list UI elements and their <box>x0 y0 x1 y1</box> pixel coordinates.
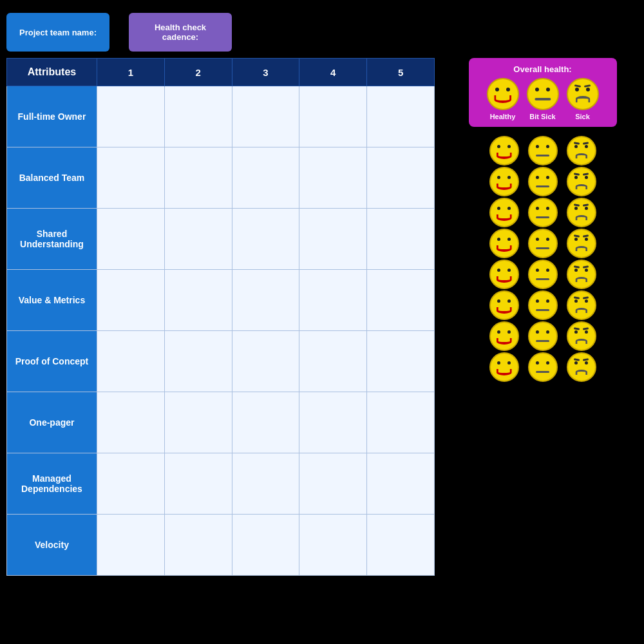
mouth <box>575 339 587 344</box>
neutral-face-emoji[interactable] <box>528 352 558 382</box>
table-cell[interactable] <box>299 86 367 147</box>
table-cell[interactable] <box>299 331 367 392</box>
health-check-cadence-input[interactable]: Health check cadence: <box>129 13 232 52</box>
happy-face-emoji[interactable] <box>489 290 519 320</box>
neutral-face-emoji[interactable] <box>528 290 558 320</box>
table-cell[interactable] <box>164 270 232 331</box>
table-cell[interactable] <box>164 209 232 270</box>
eye-left <box>535 88 539 91</box>
eye-right <box>546 330 549 334</box>
table-cell[interactable] <box>367 86 435 147</box>
table-cell[interactable] <box>97 515 164 576</box>
bit-sick-label: Bit Sick <box>529 113 555 120</box>
table-cell[interactable] <box>367 515 435 576</box>
table-cell[interactable] <box>299 270 367 331</box>
sick-face-emoji[interactable] <box>567 229 596 258</box>
sick-face-emoji[interactable] <box>567 352 596 382</box>
table-cell[interactable] <box>232 331 299 392</box>
table-cell[interactable] <box>97 147 164 209</box>
table-cell[interactable] <box>299 209 367 270</box>
bit-sick-status[interactable]: Bit Sick <box>527 78 559 120</box>
eye-left <box>536 361 539 365</box>
eye-left <box>574 176 578 179</box>
table-cell[interactable] <box>299 392 367 453</box>
table-cell[interactable] <box>97 453 164 515</box>
row-label: Velocity <box>7 515 97 576</box>
neutral-face-emoji[interactable] <box>528 260 558 289</box>
table-cell[interactable] <box>367 392 435 453</box>
sick-face-emoji[interactable] <box>567 290 596 320</box>
table-cell[interactable] <box>367 453 435 515</box>
happy-face-emoji[interactable] <box>489 229 519 258</box>
table-cell[interactable] <box>299 515 367 576</box>
healthy-emoji <box>487 78 519 110</box>
neutral-face-emoji[interactable] <box>528 167 558 196</box>
neutral-face-emoji[interactable] <box>528 229 558 258</box>
sick-face-emoji[interactable] <box>567 321 596 351</box>
sick-face-emoji[interactable] <box>567 260 596 289</box>
mouth <box>575 184 587 189</box>
table-cell[interactable] <box>97 86 164 147</box>
table-row: Balanced Team <box>7 147 435 209</box>
eye-left <box>574 145 578 148</box>
table-cell[interactable] <box>367 331 435 392</box>
eye-right <box>585 361 588 365</box>
table-cell[interactable] <box>232 147 299 209</box>
table-cell[interactable] <box>299 453 367 515</box>
table-cell[interactable] <box>164 453 232 515</box>
eye-right <box>507 330 511 334</box>
sick-face-emoji[interactable] <box>567 198 596 227</box>
table-cell[interactable] <box>232 86 299 147</box>
happy-face-emoji[interactable] <box>489 352 519 382</box>
table-cell[interactable] <box>367 147 435 209</box>
happy-face-emoji[interactable] <box>489 136 519 166</box>
project-team-name-input[interactable]: Project team name: <box>6 13 109 52</box>
mouth <box>535 98 551 100</box>
table-cell[interactable] <box>164 331 232 392</box>
neutral-face-emoji[interactable] <box>528 321 558 351</box>
overall-health-title: Overall health: <box>479 64 607 74</box>
table-cell[interactable] <box>232 515 299 576</box>
mouth <box>496 153 511 159</box>
table-cell[interactable] <box>232 392 299 453</box>
eye-left <box>495 88 499 91</box>
table-cell[interactable] <box>232 209 299 270</box>
eye-right <box>585 145 588 148</box>
table-cell[interactable] <box>164 392 232 453</box>
table-cell[interactable] <box>367 270 435 331</box>
table-cell[interactable] <box>97 209 164 270</box>
table-cell[interactable] <box>232 453 299 515</box>
happy-face-emoji[interactable] <box>489 198 519 227</box>
mouth <box>496 184 511 190</box>
sick-status[interactable]: Sick <box>567 78 599 120</box>
healthy-status[interactable]: Healthy <box>487 78 519 120</box>
eye-right <box>507 207 511 210</box>
eye-left <box>574 330 578 334</box>
sick-face-emoji[interactable] <box>567 136 596 166</box>
neutral-face-emoji[interactable] <box>528 198 558 227</box>
mouth <box>536 309 550 311</box>
eye-right <box>507 269 511 272</box>
table-cell[interactable] <box>299 147 367 209</box>
row-label: Shared Understanding <box>7 209 97 270</box>
happy-face-emoji[interactable] <box>489 321 519 351</box>
table-cell[interactable] <box>97 270 164 331</box>
eye-left <box>574 207 578 210</box>
table-cell[interactable] <box>97 331 164 392</box>
eye-right <box>585 238 588 241</box>
table-cell[interactable] <box>164 147 232 209</box>
eye-right <box>546 145 549 148</box>
sick-face-emoji[interactable] <box>567 167 596 196</box>
table-cell[interactable] <box>367 209 435 270</box>
happy-face-emoji[interactable] <box>489 260 519 289</box>
table-cell[interactable] <box>232 270 299 331</box>
header: Project team name: Health check cadence: <box>0 0 644 58</box>
table-row: Managed Dependencies <box>7 453 435 515</box>
row-label: Proof of Concept <box>7 331 97 392</box>
mouth <box>496 214 511 221</box>
happy-face-emoji[interactable] <box>489 167 519 196</box>
table-cell[interactable] <box>164 86 232 147</box>
table-cell[interactable] <box>164 515 232 576</box>
table-cell[interactable] <box>97 392 164 453</box>
neutral-face-emoji[interactable] <box>528 136 558 166</box>
